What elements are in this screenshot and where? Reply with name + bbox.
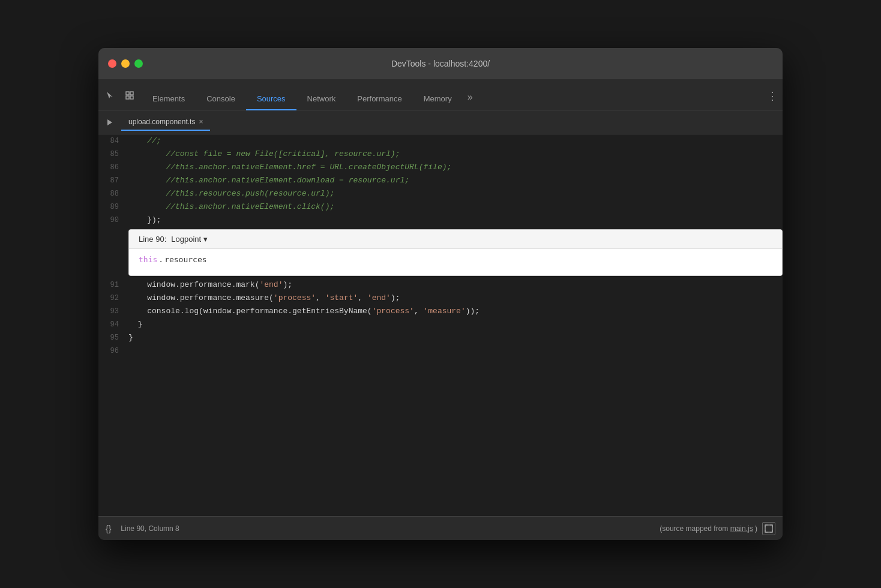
line-num-86: 86 <box>98 161 128 174</box>
logpoint-dot: . <box>158 255 163 264</box>
svg-rect-1 <box>130 92 133 95</box>
tab-console[interactable]: Console <box>196 88 246 110</box>
code-line-88: 88 //this.resources.push(resource.url); <box>98 187 783 200</box>
cursor-position: Line 90, Column 8 <box>121 524 179 533</box>
file-tab-name: upload.component.ts <box>128 118 195 126</box>
expand-button[interactable] <box>762 522 775 535</box>
devtools-tab-bar: Elements Console Sources Network Perform… <box>98 79 783 110</box>
logpoint-popup: Line 90: Logpoint ▾ this.resources <box>128 229 783 276</box>
logpoint-dropdown-arrow: ▾ <box>203 235 208 244</box>
code-scroll-area[interactable]: 84 //; 85 //const file = new File([criti… <box>98 134 783 516</box>
line-content-85: //const file = new File([critical], reso… <box>128 148 783 161</box>
toolbar-icons <box>103 88 137 110</box>
more-tabs-button[interactable]: » <box>463 86 478 110</box>
tab-sources[interactable]: Sources <box>246 88 296 110</box>
line-num-84: 84 <box>98 134 128 148</box>
code-line-84: 84 //; <box>98 134 783 148</box>
close-button[interactable] <box>108 59 116 68</box>
tab-performance[interactable]: Performance <box>346 88 412 110</box>
code-line-94: 94 } <box>98 318 783 331</box>
line-content-84: //; <box>128 134 783 148</box>
logpoint-property: resources <box>164 255 206 264</box>
line-content-86: //this.anchor.nativeElement.href = URL.c… <box>128 161 783 174</box>
status-right: (source mapped from main.js ) <box>660 522 775 535</box>
status-bar: {} Line 90, Column 8 (source mapped from… <box>98 516 783 540</box>
tab-elements[interactable]: Elements <box>142 88 196 110</box>
line-num-88: 88 <box>98 187 128 200</box>
tab-network[interactable]: Network <box>296 88 347 110</box>
code-line-96: 96 <box>98 344 783 358</box>
svg-rect-0 <box>126 92 129 95</box>
window-title: DevTools - localhost:4200/ <box>391 59 490 68</box>
code-line-92: 92 window.performance.measure('process',… <box>98 292 783 305</box>
code-line-91: 91 window.performance.mark('end'); <box>98 278 783 292</box>
line-content-90: }); <box>128 214 783 227</box>
line-num-85: 85 <box>98 148 128 161</box>
logpoint-type-label: Logpoint <box>171 235 201 244</box>
devtools-menu-button[interactable]: ⋮ <box>767 89 778 103</box>
code-line-90: 90 }); <box>98 214 783 227</box>
file-tab-bar: upload.component.ts × <box>98 110 783 134</box>
file-tab-close-button[interactable]: × <box>199 118 203 126</box>
line-num-93: 93 <box>98 305 128 318</box>
logpoint-this-keyword: this <box>139 255 157 264</box>
tab-bar-more: ⋮ <box>767 89 778 110</box>
svg-rect-5 <box>765 525 772 532</box>
code-editor: 84 //; 85 //const file = new File([criti… <box>98 134 783 516</box>
source-map-suffix: ) <box>755 524 757 533</box>
tab-memory[interactable]: Memory <box>413 88 463 110</box>
devtools-window: DevTools - localhost:4200/ Elements Cons… <box>98 48 783 540</box>
svg-rect-3 <box>130 96 133 99</box>
line-num-91: 91 <box>98 278 128 292</box>
title-bar: DevTools - localhost:4200/ <box>98 48 783 79</box>
format-icon[interactable]: {} <box>106 524 111 533</box>
traffic-lights <box>108 59 143 68</box>
logpoint-expression[interactable]: this.resources <box>139 255 772 264</box>
line-content-96 <box>128 344 783 358</box>
line-num-89: 89 <box>98 200 128 214</box>
line-num-95: 95 <box>98 331 128 344</box>
code-line-87: 87 //this.anchor.nativeElement.download … <box>98 174 783 187</box>
line-num-96: 96 <box>98 344 128 358</box>
line-content-91: window.performance.mark('end'); <box>128 278 783 292</box>
cursor-icon[interactable] <box>103 88 118 103</box>
maximize-button[interactable] <box>134 59 143 68</box>
run-script-icon[interactable] <box>103 116 116 129</box>
code-line-85: 85 //const file = new File([critical], r… <box>98 148 783 161</box>
line-num-94: 94 <box>98 318 128 331</box>
file-tab-upload[interactable]: upload.component.ts × <box>121 114 210 131</box>
code-line-86: 86 //this.anchor.nativeElement.href = UR… <box>98 161 783 174</box>
code-line-95: 95 } <box>98 331 783 344</box>
source-map-link[interactable]: main.js <box>730 524 753 533</box>
line-content-93: console.log(window.performance.getEntrie… <box>128 305 783 318</box>
logpoint-type-dropdown[interactable]: Logpoint ▾ <box>171 235 208 244</box>
code-line-89: 89 //this.anchor.nativeElement.click(); <box>98 200 783 214</box>
line-num-92: 92 <box>98 292 128 305</box>
source-map-info: (source mapped from main.js ) <box>660 524 757 533</box>
source-map-prefix: (source mapped from <box>660 524 728 533</box>
line-content-88: //this.resources.push(resource.url); <box>128 187 783 200</box>
line-num-87: 87 <box>98 174 128 187</box>
line-content-95: } <box>128 331 783 344</box>
line-num-90: 90 <box>98 214 128 227</box>
logpoint-body: this.resources <box>129 249 782 275</box>
logpoint-line-label: Line 90: <box>139 235 166 244</box>
inspect-icon[interactable] <box>122 88 137 103</box>
line-content-92: window.performance.measure('process', 's… <box>128 292 783 305</box>
minimize-button[interactable] <box>121 59 130 68</box>
code-line-93: 93 console.log(window.performance.getEnt… <box>98 305 783 318</box>
logpoint-header: Line 90: Logpoint ▾ <box>129 230 782 249</box>
svg-marker-4 <box>107 119 112 125</box>
svg-rect-2 <box>126 96 129 99</box>
line-content-89: //this.anchor.nativeElement.click(); <box>128 200 783 214</box>
line-content-87: //this.anchor.nativeElement.download = r… <box>128 174 783 187</box>
line-content-94: } <box>128 318 783 331</box>
